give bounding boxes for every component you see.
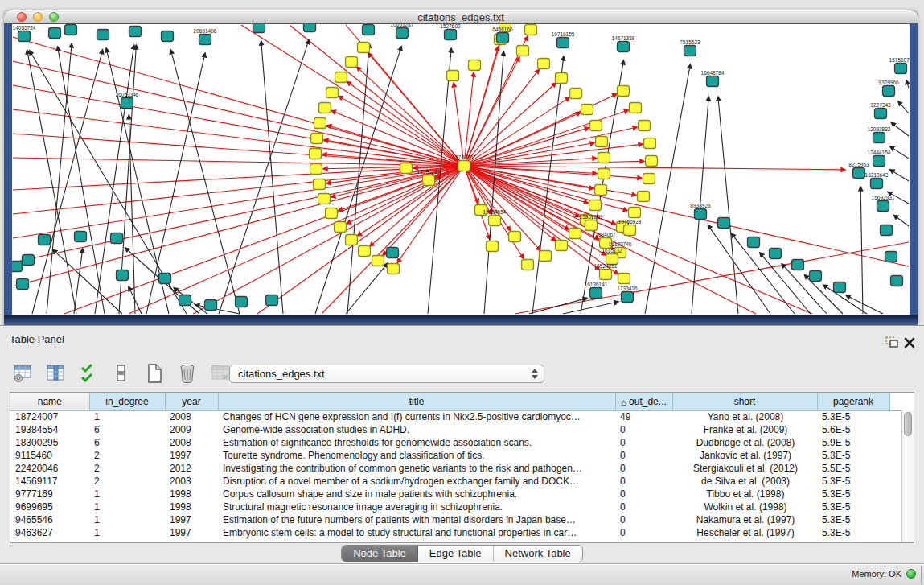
graph-node[interactable] xyxy=(556,73,568,84)
table-row[interactable]: 1456911722003Disruption of a novel membe… xyxy=(10,475,903,488)
cell-year[interactable]: 2008 xyxy=(165,410,218,423)
graph-node[interactable] xyxy=(638,192,650,202)
graph-node[interactable] xyxy=(629,208,641,218)
cell-in_degree[interactable]: 6 xyxy=(89,436,165,449)
table-scrollbar[interactable] xyxy=(901,410,914,542)
network-canvas[interactable]: 1872400718300295193845541580729919756928… xyxy=(12,24,910,315)
graph-node[interactable] xyxy=(622,292,634,303)
graph-node[interactable] xyxy=(447,71,459,81)
cell-pagerank[interactable]: 5.3E-5 xyxy=(817,513,889,526)
graph-node[interactable] xyxy=(388,264,400,274)
cell-out_de[interactable]: 0 xyxy=(615,488,672,501)
graph-node[interactable] xyxy=(314,118,326,129)
cell-year[interactable]: 1997 xyxy=(165,449,218,462)
graph-node[interactable] xyxy=(873,156,885,167)
graph-node[interactable] xyxy=(372,256,384,266)
graph-node[interactable] xyxy=(304,24,316,32)
graph-node[interactable] xyxy=(509,232,521,242)
graph-node[interactable] xyxy=(121,98,133,109)
graph-node[interactable] xyxy=(310,164,322,175)
graph-node[interactable] xyxy=(346,57,358,68)
graph-node[interactable] xyxy=(618,86,630,97)
cell-out_de[interactable]: 0 xyxy=(615,475,672,488)
cell-title[interactable]: Disruption of a novel member of a sodium… xyxy=(218,475,615,488)
graph-node[interactable] xyxy=(18,31,31,42)
cell-year[interactable]: 2003 xyxy=(165,475,218,488)
graph-node[interactable] xyxy=(895,64,907,74)
cell-out_de[interactable]: 0 xyxy=(615,436,672,449)
graph-node[interactable] xyxy=(162,31,174,42)
table-row[interactable]: 946554611997Estimation of the future num… xyxy=(10,513,903,526)
graph-node[interactable] xyxy=(522,260,534,270)
cell-out_de[interactable]: 0 xyxy=(615,423,672,436)
close-panel-icon[interactable] xyxy=(903,336,918,349)
table-row[interactable]: 2242004622012Investigating the contribut… xyxy=(10,462,903,475)
graph-node[interactable] xyxy=(891,276,903,286)
cell-short[interactable]: Stergiakouli et al. (2012) xyxy=(672,462,817,475)
graph-node[interactable] xyxy=(834,282,846,293)
graph-node[interactable] xyxy=(487,241,499,252)
cell-in_degree[interactable]: 1 xyxy=(89,501,165,513)
cell-in_degree[interactable]: 1 xyxy=(89,488,165,501)
cell-title[interactable]: Embryonic stem cells: a model to study s… xyxy=(218,526,615,539)
cell-pagerank[interactable]: 5.3E-5 xyxy=(817,488,889,501)
graph-node[interactable] xyxy=(17,279,29,290)
cell-title[interactable]: Investigating the contribution of common… xyxy=(218,462,615,475)
graph-node[interactable] xyxy=(97,30,109,40)
cell-name[interactable]: 19384554 xyxy=(10,423,89,436)
cell-in_degree[interactable]: 1 xyxy=(89,410,165,423)
graph-node[interactable] xyxy=(314,179,326,190)
graph-node[interactable] xyxy=(358,43,370,53)
graph-node[interactable] xyxy=(569,229,581,239)
cell-name[interactable]: 18300295 xyxy=(10,436,89,449)
table-mode-icon[interactable] xyxy=(11,362,34,385)
graph-node[interactable] xyxy=(643,174,655,184)
cell-pagerank[interactable]: 5.6E-5 xyxy=(817,423,889,436)
graph-node[interactable] xyxy=(12,262,23,272)
column-header-short[interactable]: short xyxy=(672,393,817,410)
graph-node[interactable] xyxy=(253,24,265,33)
graph-node[interactable] xyxy=(111,233,123,244)
cell-title[interactable]: Tourette syndrome. Phenomenology and cla… xyxy=(218,449,615,462)
graph-node[interactable] xyxy=(707,76,719,87)
graph-node[interactable] xyxy=(883,86,895,97)
graph-node[interactable] xyxy=(49,28,61,39)
cell-in_degree[interactable]: 6 xyxy=(89,423,165,436)
graph-node[interactable] xyxy=(595,185,607,196)
graph-node[interactable] xyxy=(624,225,636,236)
table-row[interactable]: 977716911998Corpus callosum shape and si… xyxy=(10,488,903,501)
graph-node[interactable] xyxy=(311,134,323,144)
graph-node[interactable] xyxy=(363,25,375,35)
graph-node[interactable] xyxy=(538,59,550,69)
cell-in_degree[interactable]: 2 xyxy=(89,475,165,488)
cell-title[interactable]: Estimation of significance thresholds fo… xyxy=(218,436,615,449)
graph-node[interactable] xyxy=(877,201,889,212)
cell-pagerank[interactable]: 5.5E-5 xyxy=(817,462,889,475)
new-column-icon[interactable] xyxy=(143,362,166,385)
cell-short[interactable]: Dudbridge et al. (2008) xyxy=(672,436,817,449)
graph-node[interactable] xyxy=(748,237,760,248)
cell-name[interactable]: 9777169 xyxy=(10,488,89,501)
graph-node[interactable] xyxy=(346,235,358,245)
window-titlebar[interactable]: citations_edges.txt xyxy=(4,10,918,23)
graph-node[interactable] xyxy=(646,156,658,167)
table-row[interactable]: 946362711997Embryonic stem cells: a mode… xyxy=(10,526,903,539)
cell-title[interactable]: Structural magnetic resonance image aver… xyxy=(218,501,615,513)
graph-node[interactable] xyxy=(885,252,897,262)
cell-name[interactable]: 9465546 xyxy=(10,513,89,526)
cell-out_de[interactable]: 0 xyxy=(615,526,672,539)
cell-in_degree[interactable]: 2 xyxy=(89,462,165,475)
cell-out_de[interactable]: 0 xyxy=(615,462,672,475)
graph-node[interactable] xyxy=(540,251,552,262)
cell-short[interactable]: Tibbo et al. (1998) xyxy=(672,488,817,501)
cell-out_de[interactable]: 0 xyxy=(615,513,672,526)
tab-edge-table[interactable]: Edge Table xyxy=(418,546,494,562)
cell-title[interactable]: Estimation of the future numbers of pati… xyxy=(218,513,615,526)
cell-short[interactable]: de Silva et al. (2003) xyxy=(672,475,817,488)
graph-node[interactable] xyxy=(556,241,568,251)
graph-node[interactable] xyxy=(159,274,171,284)
graph-node[interactable] xyxy=(458,161,470,171)
graph-node[interactable] xyxy=(596,137,608,147)
graph-node[interactable] xyxy=(117,270,129,281)
graph-node[interactable] xyxy=(590,121,602,131)
